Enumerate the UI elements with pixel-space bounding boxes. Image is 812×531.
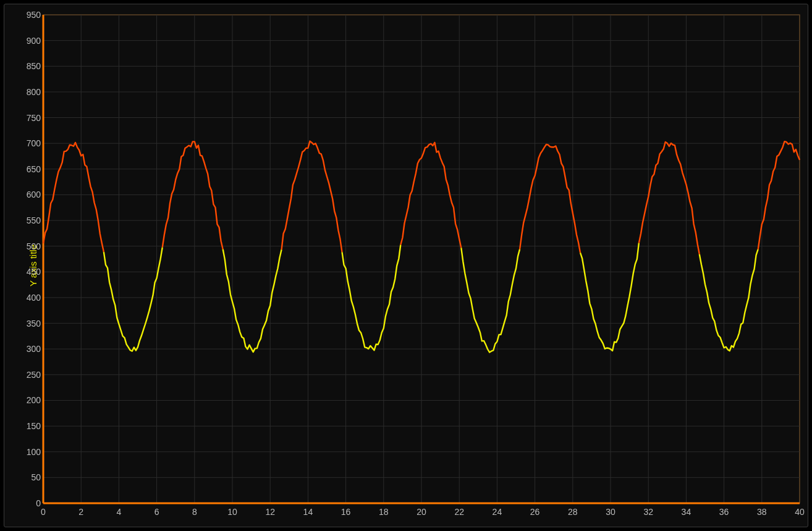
chart-line-segment (461, 248, 520, 352)
chart-line-segment (758, 141, 800, 249)
chart-panel: Y axis title 050100150200250300350400450… (4, 4, 808, 527)
chart-line-segment (520, 144, 580, 253)
chart-line-segment (282, 141, 342, 253)
chart-line-segment (700, 249, 758, 351)
chart-line-segment (104, 248, 163, 351)
chart-line-segment (43, 143, 104, 252)
chart-line-segment (223, 249, 282, 352)
chart-line-segment (580, 243, 639, 351)
chart-line-segment (400, 143, 461, 248)
chart-line-segment (163, 141, 223, 249)
chart-plot[interactable] (4, 4, 808, 527)
chart-line-segment (639, 142, 700, 254)
